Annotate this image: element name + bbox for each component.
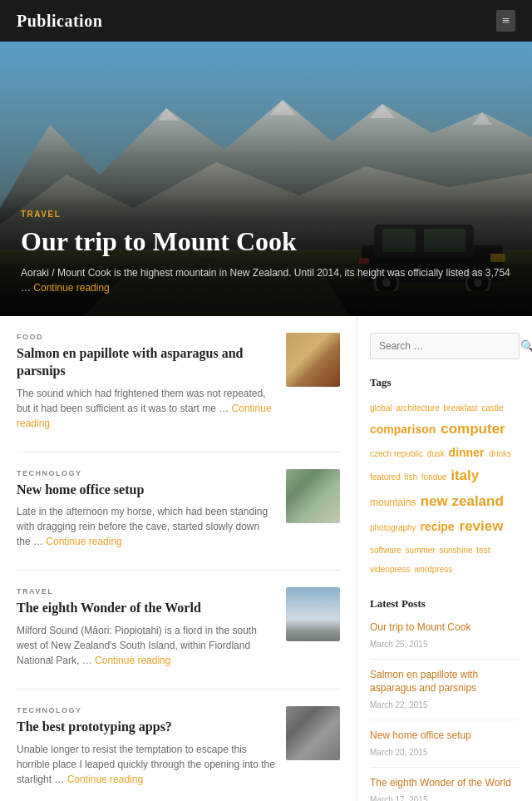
tag-item[interactable]: new zealand xyxy=(421,493,504,509)
latest-post-date: March 25, 2015 xyxy=(370,640,428,649)
latest-post-date: March 22, 2015 xyxy=(370,700,428,710)
tag-item[interactable]: comparison xyxy=(370,423,439,436)
latest-post-date: March 20, 2015 xyxy=(370,748,428,757)
tag-item[interactable]: test xyxy=(476,546,490,555)
article-category: Technology xyxy=(17,469,276,477)
main-container: Food Salmon en papillote with asparagus … xyxy=(0,316,532,801)
hero-continue-reading[interactable]: Continue reading xyxy=(33,282,109,294)
hero-section: 311761 Travel Our trip to Mount Cook Aor… xyxy=(0,42,532,316)
tag-item[interactable]: breakfast xyxy=(444,403,480,413)
tag-item[interactable]: summer xyxy=(406,546,438,555)
tag-item[interactable]: sunshine xyxy=(439,546,475,555)
article-thumbnail xyxy=(286,587,340,641)
article-thumbnail xyxy=(286,706,340,760)
articles-list: Food Salmon en papillote with asparagus … xyxy=(17,333,340,801)
site-title: Publication xyxy=(17,12,102,31)
hero-category: Travel xyxy=(21,210,511,219)
article-continue-reading[interactable]: Continue reading xyxy=(67,774,143,785)
tag-item[interactable]: castle xyxy=(481,403,503,413)
sidebar: 🔍 Tags global architecture breakfast cas… xyxy=(357,316,532,801)
tag-item[interactable]: photography xyxy=(370,523,418,532)
article-content: Technology New home office setup Late in… xyxy=(17,469,276,554)
tag-item[interactable]: software xyxy=(370,546,404,555)
tag-item[interactable]: mountains xyxy=(370,497,419,508)
article: Technology New home office setup Late in… xyxy=(17,469,340,571)
tags-heading: Tags xyxy=(370,376,520,389)
latest-post-link[interactable]: New home office setup xyxy=(370,729,520,743)
article-excerpt: The sound which had frightened them was … xyxy=(17,386,276,431)
tag-item[interactable]: videopress xyxy=(370,565,412,574)
latest-post-item: Salmon en papillote with asparagus and p… xyxy=(370,668,520,721)
latest-posts-list: Our trip to Mount Cook March 25, 2015 Sa… xyxy=(370,621,520,801)
article: Food Salmon en papillote with asparagus … xyxy=(17,333,340,452)
article-excerpt: Late in the afternoon my horse, which ha… xyxy=(17,504,276,549)
tag-item[interactable]: global xyxy=(370,403,394,413)
latest-post-item: New home office setup March 20, 2015 xyxy=(370,729,520,768)
article: Travel The eighth Wonder of the World Mi… xyxy=(17,587,340,690)
tag-item[interactable]: czech republic xyxy=(370,449,426,458)
latest-post-link[interactable]: The eighth Wonder of the World xyxy=(370,776,520,790)
article-excerpt: Unable longer to resist the temptation t… xyxy=(17,742,276,787)
article-continue-reading[interactable]: Continue reading xyxy=(17,403,272,429)
search-button[interactable]: 🔍 xyxy=(512,334,532,358)
hero-overlay: Travel Our trip to Mount Cook Aoraki / M… xyxy=(0,193,532,316)
tag-item[interactable]: dusk xyxy=(427,449,447,458)
article-content: Food Salmon en papillote with asparagus … xyxy=(17,333,276,435)
search-input[interactable] xyxy=(371,334,512,358)
latest-post-date: March 17, 2015 xyxy=(370,795,428,801)
latest-post-item: The eighth Wonder of the World March 17,… xyxy=(370,776,520,801)
article-continue-reading[interactable]: Continue reading xyxy=(46,536,121,547)
tag-item[interactable]: dinner xyxy=(449,446,488,459)
latest-post-link[interactable]: Our trip to Mount Cook xyxy=(370,621,520,635)
tag-item[interactable]: fish xyxy=(404,472,419,482)
article: Technology The best prototyping apps? Un… xyxy=(17,706,340,801)
tags-cloud: global architecture breakfast castle com… xyxy=(370,398,520,579)
tag-item[interactable]: italy xyxy=(451,467,479,483)
latest-posts-section: Latest Posts Our trip to Mount Cook Marc… xyxy=(370,597,520,801)
article-continue-reading[interactable]: Continue reading xyxy=(95,655,170,666)
site-header: Publication ≡ xyxy=(0,0,532,42)
tag-item[interactable]: wordpress xyxy=(414,565,452,574)
menu-icon[interactable]: ≡ xyxy=(496,10,515,32)
article-category: Food xyxy=(17,333,276,341)
tags-section: Tags global architecture breakfast castl… xyxy=(370,376,520,579)
article-thumbnail xyxy=(286,469,340,523)
article-title: The best prototyping apps? xyxy=(17,719,276,736)
article-excerpt: Milford Sound (Māori: Piopiotahi) is a f… xyxy=(17,623,276,668)
content-area: Food Salmon en papillote with asparagus … xyxy=(0,316,357,801)
latest-posts-heading: Latest Posts xyxy=(370,597,520,611)
tag-item[interactable]: review xyxy=(460,518,504,534)
tag-item[interactable]: computer xyxy=(441,421,505,437)
article-title: New home office setup xyxy=(17,482,276,499)
article-title: Salmon en papillote with asparagus and p… xyxy=(17,345,276,380)
article-title: The eighth Wonder of the World xyxy=(17,600,276,617)
tag-item[interactable]: drinks xyxy=(489,449,511,458)
hero-title: Our trip to Mount Cook xyxy=(21,225,511,257)
latest-post-link[interactable]: Salmon en papillote with asparagus and p… xyxy=(370,668,520,696)
latest-post-item: Our trip to Mount Cook March 25, 2015 xyxy=(370,621,520,660)
tag-item[interactable]: recipe xyxy=(420,520,457,533)
article-category: Travel xyxy=(17,587,276,596)
tag-item[interactable]: featured xyxy=(370,472,402,482)
article-category: Technology xyxy=(17,706,276,714)
hero-excerpt: Aoraki / Mount Cook is the highest mount… xyxy=(21,265,511,295)
article-content: Travel The eighth Wonder of the World Mi… xyxy=(17,587,276,672)
search-box: 🔍 xyxy=(370,333,520,359)
article-content: Technology The best prototyping apps? Un… xyxy=(17,706,276,791)
tag-item[interactable]: architecture xyxy=(396,403,441,413)
tag-item[interactable]: fondue xyxy=(421,472,449,482)
article-thumbnail xyxy=(286,333,340,387)
